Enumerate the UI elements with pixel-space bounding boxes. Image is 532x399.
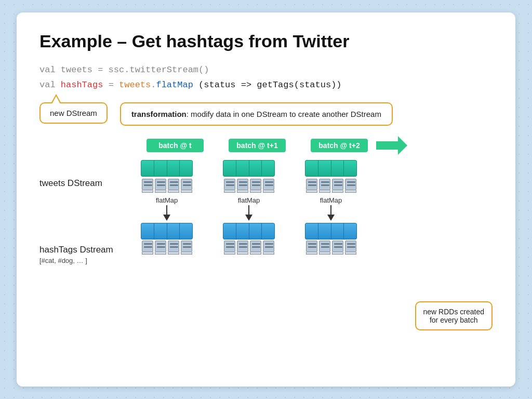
server-icon [224,241,235,255]
teal-rdd-t [141,160,193,177]
code-val: val [39,80,61,90]
batch-label-t1: batch @ t+1 [229,139,286,152]
hashtags-label-container: hashTags Dstream [#cat, #dog, … ] [39,244,138,265]
code-line-1: val tweets = ssc.twitterStream() [39,63,493,78]
server-icon [332,179,343,193]
server-icon [306,241,317,255]
server-icon [142,179,153,193]
servers-row-t1-top [224,179,274,193]
servers-row-t2-bot [306,241,356,255]
code-block: val tweets = ssc.twitterStream() val has… [39,63,493,93]
flatmap-label-t2: flatMap [320,196,342,204]
server-icon [237,179,248,193]
server-icon [181,241,192,255]
code-eq: = [103,80,119,90]
new-rdds-text: new RDDs createdfor every batch [423,308,485,324]
batch-labels-row: batch @ t batch @ t+1 batch @ t+2 [147,136,417,155]
batch-column-t: flatMap [138,160,195,255]
slide: Example – Get hashtags from Twitter val … [17,12,515,387]
server-icon [155,179,166,193]
new-rdds-callout: new RDDs createdfor every batch [415,301,493,330]
flatmap-arrow-t: flatMap [156,196,178,221]
server-icon [224,179,235,193]
servers-row-t1-bot [224,241,274,255]
server-icon [263,179,274,193]
batch-column-t1: flatMap [220,160,277,255]
server-icon [306,179,317,193]
server-icon [168,241,179,255]
streams-container: tweets DStream hashTags Dstream [#cat, #… [39,160,493,265]
diagram-area: batch @ t batch @ t+1 batch @ t+2 tweets… [39,136,493,265]
transformation-keyword: transformation [131,110,187,118]
svg-marker-0 [376,136,407,155]
hashtags-stream-label: hashTags Dstream [39,245,113,255]
code-flatmap: flatMap [156,80,193,90]
batches-area: flatMap [138,160,360,255]
server-icon [345,179,356,193]
stream-labels: tweets DStream hashTags Dstream [#cat, #… [39,160,138,265]
servers-row-t-bot [142,241,192,255]
server-icon [142,241,153,255]
flatmap-arrow-t2: flatMap [320,196,342,221]
server-icon [168,179,179,193]
server-icon [345,241,356,255]
batch-label-t2: batch @ t+2 [311,139,368,152]
transformation-desc: : modify data in one DStream to create a… [187,110,381,118]
batch-label-t: batch @ t [147,139,204,152]
blue-rdd-t1 [223,223,275,240]
flatmap-label-t1: flatMap [238,196,260,204]
teal-rdd-t1 [223,160,275,177]
time-arrow-icon [376,136,407,155]
server-icon [237,241,248,255]
servers-row-t-top [142,179,192,193]
server-icon [155,241,166,255]
slide-title: Example – Get hashtags from Twitter [39,31,493,51]
server-icon [319,241,330,255]
blue-rdd-t [141,223,193,240]
code-dot: . [151,80,156,90]
tweets-label-container: tweets DStream [39,169,138,197]
server-icon [181,179,192,193]
batch-column-t2: flatMap [302,160,360,255]
teal-rdd-t2 [305,160,357,177]
annotation-row: new DStream transformation: modify data … [39,102,493,126]
flatmap-label-t: flatMap [156,196,178,204]
new-dstream-label: new DStream [50,109,97,117]
server-icon [250,179,261,193]
server-icon [319,179,330,193]
servers-row-t2-top [306,179,356,193]
flatmap-arrow-t1: flatMap [238,196,260,221]
hashtags-sub-label: [#cat, #dog, … ] [39,257,87,264]
transformation-bubble: transformation: modify data in one DStre… [120,102,393,126]
server-icon [250,241,261,255]
blue-rdd-t2 [305,223,357,240]
code-params: (status => getTags(status)) [193,80,342,90]
server-icon [332,241,343,255]
code-hashtags: hashTags [61,80,103,90]
new-dstream-bubble: new DStream [39,102,108,124]
code-tweets: tweets [119,80,151,90]
code-line-2: val hashTags = tweets.flatMap (status =>… [39,78,493,93]
tweets-stream-label: tweets DStream [39,178,102,189]
server-icon [263,241,274,255]
